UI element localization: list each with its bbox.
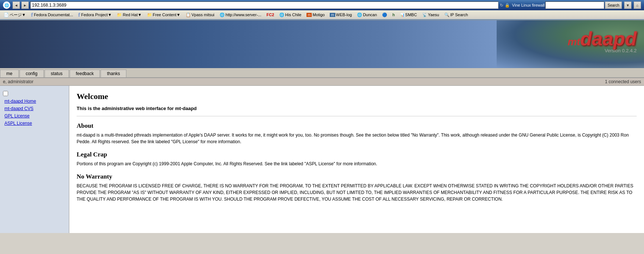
address-bar-area: ◄ ► ↻ 🔒 [13,1,510,9]
sidebar-link-home[interactable]: mt-daapd Home [0,98,69,105]
logo-mt: mt [568,36,580,48]
main-content: Welcome This is the administrative web i… [69,86,644,233]
browser-chrome: 🌐 ◄ ► ↻ 🔒 Vine Linux firewall Search ▼ ⌂… [0,0,644,20]
bookmark-redhat[interactable]: 📁 Red Hat▼ [115,12,144,18]
vpass-icon: 📋 [186,13,191,17]
duncan-icon: 🌐 [357,13,362,17]
tab-thanks[interactable]: thanks [101,70,126,77]
his-chile-icon: 🌐 [279,13,284,17]
bookmark-pages[interactable]: 📄 ページ▼ [1,11,28,18]
tab-feedback[interactable]: feedback [70,70,100,77]
logo-area: mt daapd Version 0.2.4.2 [568,28,637,53]
pages-icon: 📄 [4,13,9,17]
sidebar-link-cvs[interactable]: mt-daapd CVS [0,105,69,112]
bookmark-weblog[interactable]: m WEB-log [328,12,354,18]
sidebar-checkbox-area [0,89,69,98]
bookmark-vpass[interactable]: 📋 Vpass mitsui [183,12,217,18]
bookmark-k[interactable]: 🔵 [380,12,389,18]
legal-heading: Legal Crap [77,151,637,158]
k-icon: 🔵 [382,13,387,17]
connected-users: 1 connected users [605,79,641,84]
weblog-icon: m [330,13,335,17]
search-engine-label: Vine Linux firewall [512,3,545,7]
bookmark-yaesu[interactable]: 📡 Yaesu [420,12,441,18]
h-icon: h [392,13,395,17]
fc2-icon: FC2 [266,13,274,17]
yaesu-icon: 📡 [422,13,427,17]
title-bar: 🌐 ◄ ► ↻ 🔒 Vine Linux firewall Search ▼ ⌂ [0,0,644,10]
forward-button[interactable]: ► [21,1,29,9]
about-heading: About [77,122,637,130]
bookmark-fedora-docs[interactable]: 𝕗 Fedora Documentat... [29,11,75,18]
nav-tabs: me config status feedback thanks [0,68,644,78]
intro-text: This is the administrative web interface… [77,105,637,112]
download-button[interactable]: ▼ [624,1,631,9]
user-info: e, administrator [3,79,34,84]
bookmarks-bar: 📄 ページ▼ 𝕗 Fedora Documentat... 𝕗 Fedora P… [0,10,644,20]
warranty-text: BECAUSE THE PROGRAM IS LICENSED FREE OF … [77,183,637,202]
bookmark-smbc[interactable]: 📊 SMBC [398,12,419,18]
sidebar-link-gpl[interactable]: GPL License [0,112,69,120]
bookmark-h[interactable]: h [390,12,397,18]
smbc-icon: 📊 [400,13,405,17]
bookmark-fedora-project[interactable]: 𝕗 Fedora Project▼ [76,11,114,18]
sidebar-link-aspl[interactable]: ASPL License [0,120,69,127]
search-button[interactable]: Search [605,1,622,9]
bookmark-fc2[interactable]: FC2 [264,12,276,18]
divider-1 [77,116,637,116]
sidebar: mt-daapd Home mt-daapd CVS GPL License A… [0,86,69,233]
server-icon: 🌐 [220,13,225,17]
bookmark-motigo[interactable]: m Motigo [304,12,327,18]
legal-text: Portions of this program are Copyright (… [77,160,637,167]
bookmark-freecontent[interactable]: 📁 Free Content▼ [145,12,183,18]
fedora-project-icon: 𝕗 [78,12,80,18]
welcome-heading: Welcome [77,92,637,101]
sidebar-checkbox[interactable] [3,91,8,96]
bookmark-his-chile[interactable]: 🌐 His Chile [277,12,304,18]
redhat-icon: 📁 [117,13,122,17]
logo-daapd: daapd [580,28,637,50]
search-input[interactable] [545,1,604,9]
motigo-icon: m [307,13,312,17]
bookmark-ip-search[interactable]: 🔍 IP Search [442,12,470,18]
tab-status[interactable]: status [45,70,69,77]
ip-search-icon: 🔍 [444,13,449,17]
back-button[interactable]: ◄ [13,1,20,9]
tab-home[interactable]: me [0,70,19,77]
status-bar: e, administrator 1 connected users [0,78,644,86]
about-text: mt-daapd is a multi-threaded pthreads im… [77,132,637,145]
bookmark-duncan[interactable]: 🌐 Duncan [355,12,379,18]
browser-icon: 🌐 [3,1,10,9]
search-area: Vine Linux firewall Search [512,1,622,9]
home-button[interactable]: ⌂ [634,1,641,9]
bookmark-server[interactable]: 🌐 http://www.server-... [217,12,263,18]
freecontent-icon: 📁 [147,13,152,17]
fedora-docs-icon: 𝕗 [31,12,33,18]
warranty-heading: No Warranty [77,173,637,180]
address-input[interactable] [30,1,498,9]
ssl-icon: 🔒 [505,3,510,8]
refresh-icon: ↻ [500,3,503,8]
page-header-bg: mt daapd Version 0.2.4.2 [0,20,644,68]
main-layout: mt-daapd Home mt-daapd CVS GPL License A… [0,86,644,233]
tab-config[interactable]: config [20,70,44,77]
